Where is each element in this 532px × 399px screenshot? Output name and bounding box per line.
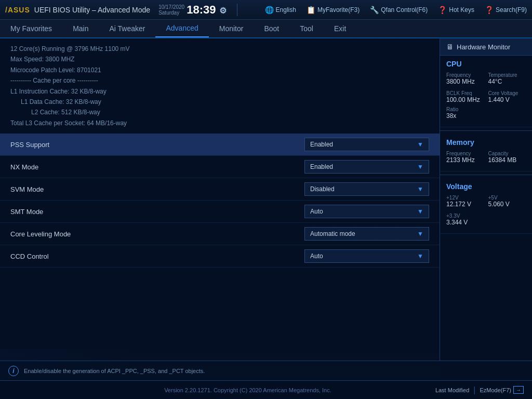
info-icon: i	[8, 366, 19, 376]
mem-freq-row: Frequency 2133 MHz	[446, 151, 484, 164]
footer: Version 2.20.1271. Copyright (C) 2020 Am…	[0, 380, 532, 399]
setting-ccd-control[interactable]: CCD Control Auto ▼	[0, 245, 440, 268]
monitor-icon: 🖥	[446, 43, 454, 51]
settings-icon[interactable]: ⚙	[219, 6, 227, 15]
info-bar: i Enable/disable the generation of ACPI …	[0, 361, 532, 380]
info-text: Enable/disable the generation of ACPI _P…	[24, 368, 205, 374]
memory-section-title: Memory	[446, 138, 526, 147]
voltage-section-title: Voltage	[446, 182, 526, 191]
cpu-info-section: 12 Core(s) Running @ 3796 MHz 1100 mV Ma…	[0, 38, 440, 134]
day-display: Saturday	[158, 10, 184, 16]
cpu-metrics: Frequency 3800 MHz Temperature 44°C BCLK…	[446, 72, 526, 107]
qfan-control[interactable]: 🔧 Qfan Control(F6)	[370, 6, 428, 14]
cpu-info-line3: Microcode Patch Level: 8701021	[10, 65, 429, 75]
cpu-info-line5: L1 Instruction Cache: 32 KB/8-way	[10, 86, 429, 97]
nav-main[interactable]: Main	[62, 20, 99, 37]
ratio-row: Ratio 38x	[446, 107, 526, 119]
cpu-section: CPU Frequency 3800 MHz Temperature 44°C …	[440, 56, 532, 127]
dropdown-arrow-icon: ▼	[417, 185, 423, 193]
pss-support-select[interactable]: Enabled ▼	[304, 138, 429, 151]
smt-mode-select[interactable]: Auto ▼	[304, 205, 429, 218]
setting-core-leveling[interactable]: Core Leveling Mode Automatic mode ▼	[0, 223, 440, 245]
memory-metrics: Frequency 2133 MHz Capacity 16384 MB	[446, 151, 526, 167]
logo-area: /ASUS UEFI BIOS Utility – Advanced Mode	[5, 6, 150, 14]
version-text: Version 2.20.1271. Copyright (C) 2020 Am…	[60, 387, 435, 393]
cpu-info-line1: 12 Core(s) Running @ 3796 MHz 1100 mV	[10, 44, 429, 54]
wrench-icon: 🔧	[370, 6, 379, 14]
header-divider	[237, 4, 237, 16]
ezmode-button[interactable]: EzMode(F7) →	[480, 386, 524, 394]
core-voltage-row: Core Voltage 1.440 V	[488, 90, 526, 103]
search-question-icon: ❓	[485, 6, 494, 14]
bios-title: UEFI BIOS Utility – Advanced Mode	[34, 6, 150, 14]
english-control[interactable]: 🌐 English	[265, 6, 296, 14]
nav-monitor[interactable]: Monitor	[209, 20, 254, 37]
v5-row: +5V 5.060 V	[488, 195, 526, 208]
ezmode-arrow-icon: →	[513, 386, 524, 394]
nav-advanced[interactable]: Advanced	[155, 20, 208, 37]
cpu-info-line4: ---------- Cache per core ----------	[10, 75, 429, 86]
question-icon: ❓	[438, 6, 447, 14]
datetime-area: 10/17/2020 Saturday 18:39 ⚙	[158, 3, 226, 17]
hw-divider-1	[440, 130, 532, 131]
clipboard-icon: 📋	[307, 6, 315, 14]
cpu-freq-row: Frequency 3800 MHz	[446, 72, 484, 85]
nav-tool[interactable]: Tool	[289, 20, 324, 37]
v33-row: +3.3V 3.344 V	[446, 213, 484, 226]
hardware-monitor-sidebar: 🖥 Hardware Monitor CPU Frequency 3800 MH…	[440, 38, 532, 361]
cpu-info-line8: Total L3 Cache per Socket: 64 MB/16-way	[10, 118, 429, 128]
myfavorite-control[interactable]: 📋 MyFavorite(F3)	[307, 6, 360, 14]
voltage-metrics: +12V 12.172 V +5V 5.060 V +3.3V 3.344 V	[446, 195, 526, 229]
asus-logo: /ASUS	[5, 6, 30, 14]
content-area: 12 Core(s) Running @ 3796 MHz 1100 mV Ma…	[0, 38, 440, 361]
v12-row: +12V 12.172 V	[446, 195, 484, 208]
svm-mode-select[interactable]: Disabled ▼	[304, 182, 429, 196]
mem-capacity-row: Capacity 16384 MB	[488, 151, 526, 164]
last-modified-button[interactable]: Last Modified	[435, 387, 469, 393]
hw-monitor-header: 🖥 Hardware Monitor	[440, 38, 532, 56]
ccd-control-select[interactable]: Auto ▼	[304, 249, 429, 263]
core-leveling-select[interactable]: Automatic mode ▼	[304, 227, 429, 241]
cpu-section-title: CPU	[446, 60, 526, 68]
nav-my-favorites[interactable]: My Favorites	[0, 20, 62, 37]
nav-boot[interactable]: Boot	[254, 20, 289, 37]
dropdown-arrow-icon: ▼	[417, 141, 423, 148]
date-display: 10/17/2020	[158, 4, 184, 10]
dropdown-arrow-icon: ▼	[417, 163, 423, 170]
nav-exit[interactable]: Exit	[324, 20, 356, 37]
header-controls: 🌐 English 📋 MyFavorite(F3) 🔧 Qfan Contro…	[265, 6, 527, 14]
cpu-info-line2: Max Speed: 3800 MHZ	[10, 54, 429, 64]
dropdown-arrow-icon: ▼	[417, 208, 423, 215]
cpu-info-line7: L2 Cache: 512 KB/8-way	[10, 107, 429, 117]
bclk-row: BCLK Freq 100.00 MHz	[446, 90, 484, 103]
setting-svm-mode[interactable]: SVM Mode Disabled ▼	[0, 178, 440, 201]
hw-divider-2	[440, 175, 532, 175]
setting-smt-mode[interactable]: SMT Mode Auto ▼	[0, 201, 440, 223]
dropdown-arrow-icon: ▼	[417, 230, 423, 237]
setting-nx-mode[interactable]: NX Mode Enabled ▼	[0, 156, 440, 178]
setting-pss-support[interactable]: PSS Support Enabled ▼	[0, 134, 440, 156]
voltage-section: Voltage +12V 12.172 V +5V 5.060 V +3.3V …	[440, 178, 532, 234]
globe-icon: 🌐	[265, 6, 274, 14]
cpu-info-line6: L1 Data Cache: 32 KB/8-way	[10, 97, 429, 107]
navbar: My Favorites Main Ai Tweaker Advanced Mo…	[0, 20, 532, 38]
main-layout: 12 Core(s) Running @ 3796 MHz 1100 mV Ma…	[0, 38, 532, 361]
header: /ASUS UEFI BIOS Utility – Advanced Mode …	[0, 0, 532, 20]
memory-section: Memory Frequency 2133 MHz Capacity 16384…	[440, 134, 532, 171]
cpu-temp-row: Temperature 44°C	[488, 72, 526, 85]
footer-separator: |	[473, 385, 475, 395]
hotkeys-control[interactable]: ❓ Hot Keys	[438, 6, 474, 14]
time-display: 18:39 ⚙	[187, 3, 226, 17]
nav-ai-tweaker[interactable]: Ai Tweaker	[99, 20, 155, 37]
dropdown-arrow-icon: ▼	[417, 252, 423, 260]
footer-right: Last Modified | EzMode(F7) →	[435, 385, 524, 395]
nx-mode-select[interactable]: Enabled ▼	[304, 160, 429, 174]
search-control[interactable]: ❓ Search(F9)	[485, 6, 527, 14]
